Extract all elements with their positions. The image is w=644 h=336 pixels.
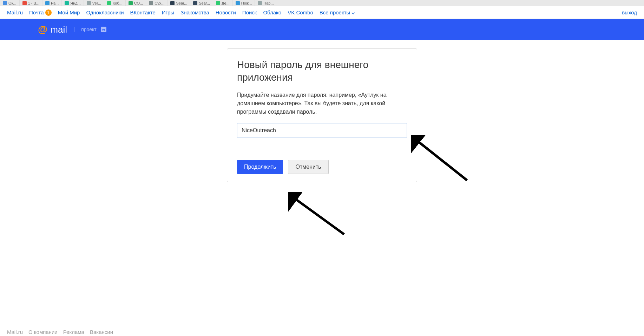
browser-tab[interactable]: Пар... bbox=[255, 0, 277, 6]
continue-button[interactable]: Продолжить bbox=[237, 160, 283, 174]
nav-poisk[interactable]: Поиск bbox=[242, 9, 257, 15]
password-name-input[interactable] bbox=[237, 123, 407, 138]
project-label: проект bbox=[81, 27, 97, 32]
browser-tab[interactable]: Сух... bbox=[146, 0, 167, 6]
browser-tab[interactable]: Sear... bbox=[190, 0, 213, 6]
browser-tab[interactable]: Ver... bbox=[84, 0, 104, 6]
browser-tab[interactable]: 1 - В... bbox=[20, 0, 42, 6]
footer-link-mailru[interactable]: Mail.ru bbox=[7, 329, 23, 335]
annotation-arrow-icon bbox=[288, 192, 348, 238]
browser-tab[interactable]: Де... bbox=[213, 0, 233, 6]
nav-mailru[interactable]: Mail.ru bbox=[7, 9, 23, 15]
browser-tab[interactable]: Ра... bbox=[42, 0, 62, 6]
footer-link-jobs[interactable]: Вакансии bbox=[90, 329, 113, 335]
footer: Mail.ru О компании Реклама Вакансии bbox=[0, 328, 644, 336]
nav-label: Почта bbox=[29, 9, 44, 15]
vk-icon: w bbox=[101, 27, 106, 32]
card-description: Придумайте название для пароля: например… bbox=[237, 91, 407, 116]
cancel-button[interactable]: Отменить bbox=[288, 160, 328, 174]
browser-tab[interactable]: Пож... bbox=[233, 0, 255, 6]
nav-vkcombo[interactable]: VK Combo bbox=[288, 9, 313, 15]
footer-link-about[interactable]: О компании bbox=[28, 329, 58, 335]
card-body: Новый пароль для внешнего приложения При… bbox=[227, 49, 417, 152]
logout-link[interactable]: выход bbox=[622, 9, 637, 15]
chevron-down-icon bbox=[351, 9, 355, 15]
browser-tab[interactable]: СО... bbox=[126, 0, 146, 6]
nav-oblako[interactable]: Облако bbox=[263, 9, 281, 15]
browser-tabs: Ок... 1 - В... Ра... Янд... Ver... Коб..… bbox=[0, 0, 644, 6]
nav-pochta[interactable]: Почта 1 bbox=[29, 9, 52, 16]
logo-divider: | bbox=[73, 26, 75, 33]
top-nav: Mail.ru Почта 1 Мой Мир Одноклассники ВК… bbox=[0, 6, 644, 19]
nav-label: Все проекты bbox=[320, 9, 350, 15]
mail-logo[interactable]: @ mail | проект w bbox=[38, 24, 106, 35]
nav-all-projects[interactable]: Все проекты bbox=[320, 9, 355, 15]
card-footer: Продолжить Отменить bbox=[227, 152, 417, 182]
browser-tab[interactable]: Sear... bbox=[167, 0, 190, 6]
blue-header: @ mail | проект w bbox=[0, 19, 644, 40]
at-icon: @ bbox=[38, 24, 47, 35]
nav-moimir[interactable]: Мой Мир bbox=[58, 9, 80, 15]
notification-badge: 1 bbox=[45, 9, 52, 16]
nav-igry[interactable]: Игры bbox=[162, 9, 174, 15]
nav-odnoklassniki[interactable]: Одноклассники bbox=[86, 9, 124, 15]
main-content: Новый пароль для внешнего приложения При… bbox=[0, 40, 644, 182]
nav-novosti[interactable]: Новости bbox=[216, 9, 236, 15]
browser-tab[interactable]: Янд... bbox=[62, 0, 84, 6]
browser-tab[interactable]: Ок... bbox=[0, 0, 20, 6]
logo-text: mail bbox=[50, 24, 67, 35]
footer-link-ads[interactable]: Реклама bbox=[63, 329, 84, 335]
nav-vkontakte[interactable]: ВКонтакте bbox=[130, 9, 156, 15]
nav-znakomstva[interactable]: Знакомства bbox=[180, 9, 209, 15]
svg-line-1 bbox=[293, 197, 344, 234]
page-title: Новый пароль для внешнего приложения bbox=[237, 59, 407, 84]
browser-tab[interactable]: Коб... bbox=[104, 0, 126, 6]
password-card: Новый пароль для внешнего приложения При… bbox=[227, 48, 417, 182]
